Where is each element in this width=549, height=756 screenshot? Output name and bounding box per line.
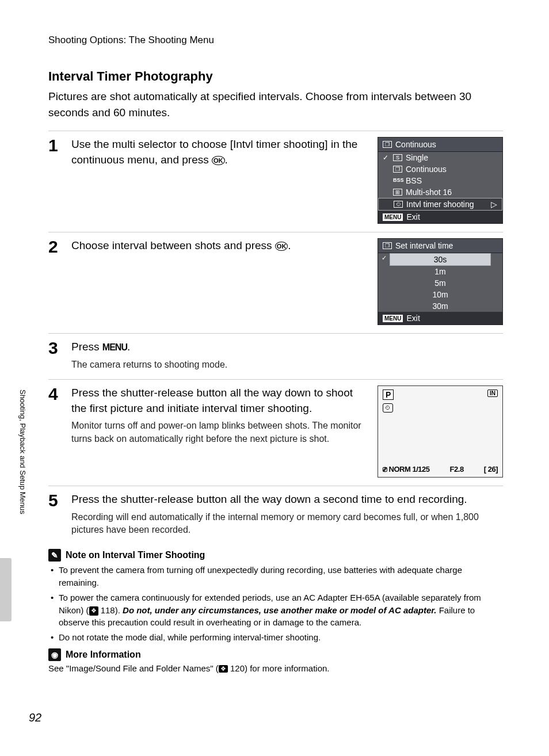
ok-icon: OK — [212, 156, 225, 165]
note-bullet-1: To prevent the camera from turning off u… — [59, 564, 503, 589]
more-info-text: See "Image/Sound File and Folder Names" … — [48, 663, 503, 673]
menu-item-single: SSingle — [378, 152, 502, 163]
section-tab: Shooting, Playback and Setup Menus — [14, 368, 27, 535]
step-text: Press the shutter-release button all the… — [71, 385, 366, 416]
menu-item-bss: BSSBSS — [378, 175, 502, 186]
interval-10m: 10m — [378, 289, 502, 300]
interval-1m: 1m — [378, 266, 502, 277]
manual-page: Shooting Options: The Shooting Menu Inte… — [0, 0, 549, 756]
note-icon — [48, 549, 61, 562]
step-subtext: Monitor turns off and power-on lamp blin… — [71, 419, 366, 445]
shooting-display-screen: P IN ⏲ ⎚ NORM 1/125 F2.8 [ 26] — [378, 385, 503, 478]
note-list: To prevent the camera from turning off u… — [48, 564, 503, 644]
step-number: 1 — [48, 137, 71, 224]
step-text: Use the multi selector to choose [Intvl … — [71, 137, 366, 167]
bss-icon: BSS — [393, 177, 402, 184]
step-subtext: The camera returns to shooting mode. — [71, 358, 497, 371]
continuous-menu-screen: ❐Continuous SSingle ❐Continuous BSSBSS ⊞… — [378, 137, 503, 224]
warning-bold: Do not, under any circumstances, use ano… — [123, 605, 436, 615]
more-info-title: More Information — [66, 650, 141, 660]
interval-30s-selected: 30s — [390, 253, 491, 266]
aperture-info: F2.8 — [450, 465, 464, 474]
page-number: 92 — [29, 711, 41, 724]
single-icon: S — [393, 154, 402, 161]
note-block: Note on Interval Timer Shooting To preve… — [48, 549, 503, 661]
interval-menu-screen: ❐Set interval time ✓ 30s 1m 5m 10m 30m M… — [378, 238, 503, 325]
timer-icon: ⏲ — [383, 403, 393, 413]
note-bullet-3: Do not rotate the mode dial, while perfo… — [59, 631, 503, 644]
step-text: Press MENU. — [71, 339, 497, 355]
screen-footer: MENUExit — [378, 211, 502, 223]
interval-30m: 30m — [378, 300, 502, 312]
note-heading: Note on Interval Timer Shooting — [48, 549, 503, 562]
step-4: 4 Press the shutter-release button all t… — [48, 380, 503, 486]
exit-label: Exit — [406, 314, 420, 323]
step-text: Choose interval between shots and press … — [71, 238, 366, 254]
more-info-heading: More Information — [48, 648, 503, 661]
step-text-b: . — [288, 239, 291, 251]
shutter-info: ⎚ NORM 1/125 — [383, 465, 429, 474]
step-subtext: Recording will end automatically if the … — [71, 511, 497, 537]
screen-header: ❐Set interval time — [378, 239, 502, 253]
screen-title: Set interval time — [395, 241, 453, 250]
timer-icon: ⏲ — [394, 201, 403, 208]
check-icon: ✓ — [382, 254, 387, 262]
continuous-icon: ❐ — [383, 242, 392, 249]
breadcrumb: Shooting Options: The Shooting Menu — [48, 35, 503, 46]
menu-item-intvl-selected: ⏲Intvl timer shooting▷ — [378, 198, 502, 211]
menu-word: MENU — [102, 342, 127, 352]
page-title: Interval Timer Photography — [48, 69, 503, 84]
step-text-a: Press — [71, 341, 102, 353]
continuous-icon: ❐ — [383, 141, 392, 148]
ref-icon: ❖ — [89, 606, 98, 616]
step-text: Press the shutter-release button all the… — [71, 492, 497, 507]
multishot-icon: ⊞ — [393, 189, 402, 196]
step-number: 4 — [48, 385, 71, 478]
screen-header: ❐Continuous — [378, 138, 502, 152]
menu-item-multishot: ⊞Multi-shot 16 — [378, 186, 502, 198]
continuous-icon: ❐ — [393, 166, 402, 173]
step-number: 5 — [48, 492, 71, 536]
ok-icon: OK — [275, 242, 288, 251]
mode-p-icon: P — [383, 390, 394, 400]
status-bar: ⎚ NORM 1/125 F2.8 [ 26] — [383, 465, 498, 474]
menu-badge: MENU — [383, 213, 403, 221]
ref-icon: ❖ — [219, 665, 228, 673]
step-text-a: Choose interval between shots and press — [71, 239, 275, 251]
interval-5m: 5m — [378, 277, 502, 289]
step-5: 5 Press the shutter-release button all t… — [48, 486, 503, 544]
step-text-b: . — [127, 341, 130, 353]
screen-footer: MENUExit — [378, 312, 502, 324]
menu-badge: MENU — [383, 315, 403, 322]
step-1: 1 Use the multi selector to choose [Intv… — [48, 131, 503, 232]
screen-title: Continuous — [395, 140, 436, 149]
step-number: 3 — [48, 339, 71, 371]
frames-info: [ 26] — [484, 465, 498, 474]
step-2: 2 Choose interval between shots and pres… — [48, 232, 503, 334]
note-title: Note on Interval Timer Shooting — [66, 550, 205, 560]
note-bullet-2: To power the camera continuously for ext… — [59, 591, 503, 629]
menu-item-continuous: ❐Continuous — [378, 163, 502, 175]
in-badge: IN — [487, 390, 498, 397]
step-3: 3 Press MENU. The camera returns to shoo… — [48, 334, 503, 380]
exit-label: Exit — [406, 212, 420, 222]
thumb-tab — [0, 558, 12, 621]
chevron-right-icon: ▷ — [491, 200, 497, 209]
step-number: 2 — [48, 238, 71, 325]
intro-text: Pictures are shot automatically at speci… — [48, 89, 503, 120]
info-icon — [48, 648, 61, 661]
step-text-b: . — [225, 154, 228, 166]
